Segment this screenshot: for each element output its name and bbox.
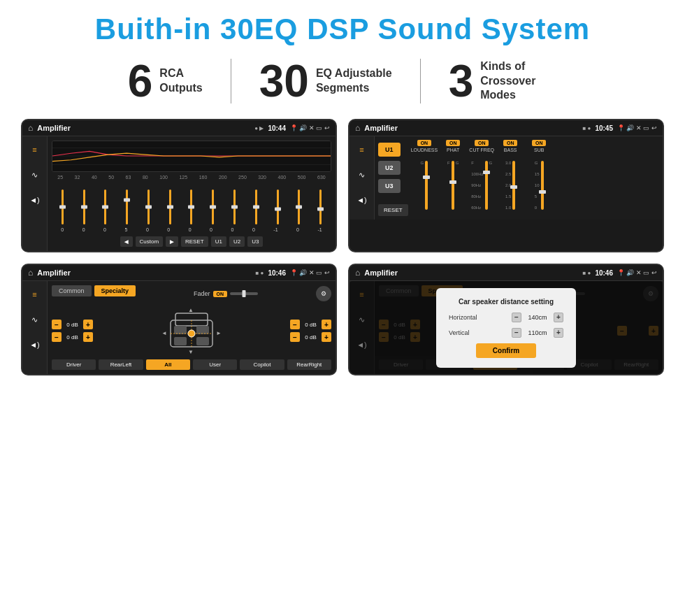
home-icon-4[interactable]: ⌂ (355, 268, 360, 278)
eq-reset-button[interactable]: RESET (181, 236, 208, 247)
stat-crossover: 3 Kinds of Crossover Modes (421, 59, 586, 103)
eq-slider-3[interactable] (126, 189, 128, 224)
eq-icon[interactable]: ≡ (27, 142, 43, 157)
svg-rect-7 (196, 326, 209, 334)
vol-fl-plus[interactable]: + (83, 320, 93, 329)
fader-track-h[interactable] (230, 292, 258, 295)
dialog-horizontal-control: − 140cm + (512, 313, 563, 322)
eq-slider-10[interactable] (277, 189, 279, 224)
vol-fl-minus[interactable]: − (52, 320, 62, 329)
dialog-horizontal-plus[interactable]: + (554, 313, 563, 322)
eq-graph (52, 141, 331, 172)
eq-icon-2[interactable]: ≡ (354, 142, 370, 157)
svg-rect-8 (174, 337, 187, 345)
eq-slider-11[interactable] (298, 189, 300, 224)
btn-all[interactable]: All (146, 359, 190, 370)
home-icon[interactable]: ⌂ (28, 123, 33, 133)
dialog-horizontal-label: Horizontal (449, 314, 487, 321)
eq-next-button[interactable]: ► (166, 236, 178, 247)
u2-select-button[interactable]: U2 (378, 161, 401, 175)
ch-bass: ON BASS 3.02.52.01.51.0 (497, 140, 524, 210)
speaker-icon-3[interactable]: ◄) (27, 337, 43, 352)
dialog-horizontal-value: 140cm (524, 314, 551, 321)
eq-u1-button[interactable]: U1 (211, 236, 226, 247)
tab-specialty[interactable]: Specialty (94, 285, 136, 296)
vol-fr-plus[interactable]: + (322, 320, 331, 329)
dialog-vertical-label: Vertical (449, 329, 487, 336)
dot-icons-1: ● ▶ (254, 125, 264, 131)
fader-control-row: Fader ON (194, 290, 258, 297)
home-icon-2[interactable]: ⌂ (355, 123, 360, 133)
u3-select-button[interactable]: U3 (378, 179, 401, 193)
vol-right-group: − 0 dB + − 0 dB + (290, 320, 331, 342)
ch-slider-sub[interactable]: G151050 (535, 154, 544, 210)
btn-driver[interactable]: Driver (52, 359, 96, 370)
wave-icon-3[interactable]: ∿ (27, 312, 43, 327)
eq-slider-2[interactable] (104, 189, 106, 224)
eq-slider-9[interactable] (255, 189, 257, 224)
screen-fader: ⌂ Amplifier ■ ● 10:46 📍 🔊 ✕ ▭ ↩ ≡ ∿ ◄) (21, 264, 337, 375)
eq-prev-button[interactable]: ◄ (120, 236, 133, 247)
wave-icon-2[interactable]: ∿ (354, 167, 370, 182)
eq-u3-button[interactable]: U3 (247, 236, 263, 247)
tab-common[interactable]: Common (52, 285, 92, 296)
svg-rect-6 (174, 326, 187, 334)
screen-body-2: ≡ ∿ ◄) U1 U2 U3 RESET O (349, 136, 663, 220)
wave-icon[interactable]: ∿ (27, 167, 43, 182)
svg-text:▲: ▲ (188, 307, 194, 313)
confirm-button[interactable]: Confirm (476, 343, 536, 358)
crossover-content: U1 U2 U3 RESET ON LOUDNESS G (375, 136, 663, 220)
btn-copilot[interactable]: Copilot (240, 359, 284, 370)
fader-content: Common Specialty Fader ON ⚙ (48, 281, 336, 374)
car-diagram: ▲ ▼ ◄ ► (99, 306, 284, 355)
ch-slider-bass[interactable]: 3.02.52.01.51.0 (505, 154, 515, 210)
eq-slider-0[interactable] (62, 189, 64, 224)
fader-label: Fader (194, 290, 210, 297)
dialog-vertical-plus[interactable]: + (554, 328, 563, 338)
ch-slider-cutfreq[interactable]: F100Hz90Hz80Hz60Hz G (471, 154, 492, 210)
vol-rl-minus[interactable]: − (52, 332, 62, 342)
dialog-horizontal-minus[interactable]: − (512, 313, 521, 322)
vol-rr-minus[interactable]: − (290, 332, 300, 342)
btn-user[interactable]: User (193, 359, 237, 370)
vol-rr-plus[interactable]: + (322, 332, 331, 342)
stat-rca: 6 RCA Outputs (100, 59, 231, 103)
eq-slider-5[interactable] (169, 189, 171, 224)
ch-slider-loudness[interactable]: G (421, 154, 428, 210)
eq-slider-7[interactable] (212, 189, 214, 224)
left-sidebar-2: ≡ ∿ ◄) (349, 136, 375, 220)
screen-body-4: ≡ ∿ ◄) Common Specialty Fader ON (349, 281, 663, 374)
status-time-2: 10:45 (595, 124, 613, 132)
eq-slider-1[interactable] (83, 189, 85, 224)
vol-rl-plus[interactable]: + (83, 332, 93, 342)
speaker-icon-2[interactable]: ◄) (354, 192, 370, 208)
screen-distance: ⌂ Amplifier ■ ● 10:46 📍 🔊 ✕ ▭ ↩ ≡ ∿ ◄) C… (348, 264, 664, 375)
eq-u2-button[interactable]: U2 (229, 236, 245, 247)
btn-rearright[interactable]: RearRight (287, 359, 331, 370)
screen-eq: ⌂ Amplifier ● ▶ 10:44 📍 🔊 ✕ ▭ ↩ ≡ ∿ ◄) (21, 119, 337, 252)
crossover-reset-button[interactable]: RESET (378, 204, 408, 216)
screen-body-1: ≡ ∿ ◄) (22, 136, 336, 251)
u1-select-button[interactable]: U1 (378, 143, 401, 157)
vol-control-rl: − 0 dB + (52, 332, 93, 342)
eq-slider-12[interactable] (319, 189, 322, 224)
eq-slider-6[interactable] (190, 189, 192, 224)
crossover-main: ON LOUDNESS G ON PHAT F (411, 140, 659, 216)
stat-desc-eq: EQ Adjustable Segments (316, 66, 392, 96)
eq-icon-3[interactable]: ≡ (27, 287, 43, 302)
crossover-left: U1 U2 U3 RESET (378, 140, 408, 216)
left-sidebar-3: ≡ ∿ ◄) (22, 281, 48, 374)
home-icon-3[interactable]: ⌂ (28, 268, 33, 278)
speaker-icon[interactable]: ◄) (27, 192, 43, 208)
vol-fr-minus[interactable]: − (290, 320, 300, 329)
stat-number-eq: 30 (259, 59, 309, 103)
fader-on-badge: ON (213, 291, 228, 297)
eq-slider-8[interactable] (233, 189, 236, 224)
eq-custom-button[interactable]: Custom (136, 236, 164, 247)
ch-slider-phat[interactable]: F G (447, 154, 459, 210)
settings-icon[interactable]: ⚙ (316, 286, 331, 301)
dialog-vertical-minus[interactable]: − (512, 328, 521, 338)
btn-rearleft[interactable]: RearLeft (99, 359, 143, 370)
eq-slider-4[interactable] (147, 189, 150, 224)
ch-label-cutfreq: CUT FREQ (469, 148, 494, 152)
